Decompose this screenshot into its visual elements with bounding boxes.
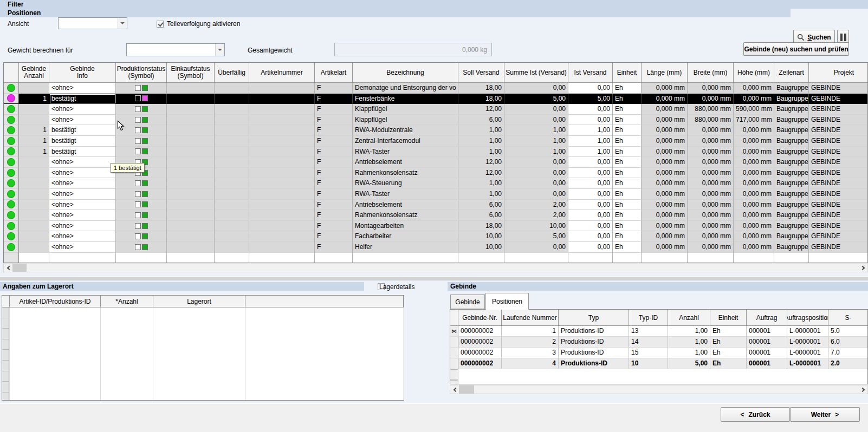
cell-soll-versand: 10,00	[458, 242, 504, 253]
scroll-left-icon[interactable]	[4, 264, 12, 272]
cell-ist-versand: 0,00	[568, 83, 613, 94]
cell-produktionstatus	[116, 147, 167, 158]
column-header: Anzahl	[668, 310, 710, 326]
table-row[interactable]: 000000002 4 Produktions-ID 10 5,00 Eh 00…	[450, 358, 867, 369]
scrollbar-thumb[interactable]	[12, 264, 27, 272]
cell-gebinde-anzahl	[19, 104, 49, 115]
status-circle-icon	[7, 94, 15, 102]
cell-soll-versand: 12,00	[458, 157, 504, 168]
scroll-right-icon[interactable]	[859, 385, 867, 394]
produktionstatus-symbol-icon	[135, 223, 148, 229]
cell-breite: 0,000 mm	[688, 147, 734, 158]
row-selector	[4, 200, 19, 211]
status-circle-icon	[7, 105, 15, 113]
scroll-right-icon[interactable]	[859, 264, 867, 272]
lagerdetails-label: Lagerdetails	[379, 283, 414, 291]
cell-summe-ist: 0,00	[504, 115, 568, 126]
gebinde-neu-suchen-button[interactable]: Gebinde (neu) suchen und prüfen	[743, 42, 849, 56]
table-row[interactable]: <ohne> F Demonatge und Entsorgung der vo…	[4, 83, 868, 94]
cell-gebinde-info: <ohne>	[49, 168, 116, 179]
cell-breite: 0,000 mm	[688, 210, 734, 221]
table-row[interactable]: <ohne> F Facharbeiter 10,00 5,00 0,00 Eh…	[4, 231, 868, 242]
cell-bezeichnung: Antriebselement	[353, 157, 458, 168]
cell-ueberfaellig	[215, 94, 249, 104]
cell-produktionstatus	[116, 210, 167, 221]
table-row[interactable]: <ohne> F Klappflügel 12,00 0,00 0,00 Eh …	[4, 104, 868, 115]
cell-ist-versand: 1,00	[568, 147, 613, 158]
table-row[interactable]: 1 bestätigt F RWA-Modulzentrale 1,00 1,0…	[4, 125, 868, 136]
cell-einkaufstatus	[167, 221, 215, 232]
cell-auftragsposition: L-0000001	[787, 326, 828, 337]
cell-gebinde-anzahl: 1	[19, 94, 49, 104]
table-row[interactable]: <ohne> F Montagearbeiten 18,00 10,00 0,0…	[4, 221, 868, 232]
weiter-button[interactable]: Weiter >	[790, 407, 860, 422]
cell-projekt: GEBINDE	[809, 94, 868, 104]
cell-hoehe: 0,000 mm	[734, 157, 774, 168]
gebinde-table-hscrollbar[interactable]	[450, 385, 868, 394]
cell-s: 6.0	[828, 337, 868, 348]
cell-bezeichnung: Rahmenkonsolensatz	[353, 210, 458, 221]
gebinde-table: Gebinde-Nr. Laufende Nummer Typ Typ-ID A…	[450, 309, 868, 384]
cell-gebinde-anzahl: 1	[19, 147, 49, 158]
cell-laenge: 0,000 mm	[642, 168, 688, 179]
zurueck-button[interactable]: < Zurück	[721, 407, 790, 422]
table-row[interactable]: 000000002 3 Produktions-ID 15 1,00 Eh 00…	[450, 348, 867, 358]
cell-einkaufstatus	[167, 157, 215, 168]
cell-laenge: 0,000 mm	[642, 189, 688, 200]
cell-summe-ist: 0,00	[504, 178, 568, 189]
tab-gebinde[interactable]: Gebinde	[450, 294, 485, 309]
produktionstatus-symbol-icon	[135, 148, 148, 154]
chevron-down-icon[interactable]	[118, 18, 127, 29]
row-selector-header	[450, 310, 458, 326]
gewicht-berechnen-dropdown[interactable]	[126, 43, 225, 56]
table-row[interactable]: <ohne> F Rahmenkonsolensatz 6,00 2,00 0,…	[4, 210, 868, 221]
cell-gebinde-info: <ohne>	[49, 178, 116, 189]
teileverfolgung-checkbox[interactable]	[157, 21, 164, 28]
cell-einkaufstatus	[167, 83, 215, 94]
cell-laenge: 0,000 mm	[642, 115, 688, 126]
cell-bezeichnung: Fensterbänke	[353, 94, 458, 104]
ansicht-dropdown[interactable]	[58, 17, 127, 29]
cell-laenge: 0,000 mm	[642, 147, 688, 158]
table-row[interactable]: <ohne> F Antriebselement 6,00 2,00 0,00 …	[4, 200, 868, 211]
cell-bezeichnung: RWA-Taster	[353, 147, 458, 158]
table-row[interactable]: 000000002 2 Produktions-ID 14 1,00 Eh 00…	[450, 337, 867, 348]
table-row[interactable]: ⋈ 000000002 1 Produktions-ID 13 1,00 Eh …	[450, 326, 867, 337]
horizontal-splitter[interactable]	[0, 277, 868, 280]
cell-gebinde-anzahl	[19, 242, 49, 253]
column-header: Produktionstatus(Symbol)	[116, 63, 167, 83]
cell-gebinde-info: <ohne>	[49, 83, 116, 94]
cell-ueberfaellig	[215, 157, 249, 168]
cell-gebinde-nr: 000000002	[458, 358, 502, 369]
produktionstatus-symbol-icon	[135, 191, 148, 197]
row-selector	[4, 178, 19, 189]
table-row[interactable]: 1 bestätigt F Fensterbänke 18,00 5,00 5,…	[4, 94, 868, 104]
cell-bezeichnung: RWA-Modulzentrale	[353, 125, 458, 136]
scrollbar-thumb[interactable]	[459, 385, 474, 394]
table-row[interactable]: 1 bestätigt F Zentral-Interfacemodul 1,0…	[4, 136, 868, 147]
table-row[interactable]: <ohne> F RWA-Taster 1,00 0,00 0,00 Eh 0,…	[4, 189, 868, 200]
cell-ist-versand: 0,00	[568, 157, 613, 168]
table-row[interactable]: 1 bestätigt F RWA-Taster 1,00 1,00 1,00 …	[4, 147, 868, 158]
tab-positionen[interactable]: Positionen	[485, 293, 529, 310]
scroll-left-icon[interactable]	[450, 385, 459, 394]
cell-gebinde-anzahl	[19, 157, 49, 168]
gesamtgewicht-field[interactable]: 0,000 kg	[334, 43, 492, 56]
chevron-down-icon[interactable]	[215, 44, 224, 56]
cell-summe-ist: 0,00	[504, 104, 568, 115]
cell-artikelart: F	[315, 94, 353, 104]
cell-artikelnummer	[249, 210, 315, 221]
table-row[interactable]: <ohne> F Helfer 10,00 0,00 0,00 Eh 0,000…	[4, 242, 868, 253]
column-header: S-	[828, 310, 868, 326]
positions-table-hscrollbar[interactable]	[3, 263, 868, 272]
cell-produktionstatus	[116, 83, 167, 94]
lagerort-table: Artikel-ID/Produktions-ID *Anzahl Lagero…	[2, 295, 404, 401]
cell-gebinde-info: <ohne>	[49, 210, 116, 221]
cell-bezeichnung: Klappflügel	[353, 115, 458, 126]
table-row[interactable]: <ohne> F RWA-Steuerung 1,00 0,00 0,00 Eh…	[4, 178, 868, 189]
table-row[interactable]: <ohne> F Klappflügel 6,00 0,00 0,00 Eh 0…	[4, 115, 868, 126]
cell-artikelnummer	[249, 147, 315, 158]
produktionstatus-symbol-icon	[135, 233, 148, 239]
cell-einkaufstatus	[167, 94, 215, 104]
cell-artikelnummer	[249, 178, 315, 189]
